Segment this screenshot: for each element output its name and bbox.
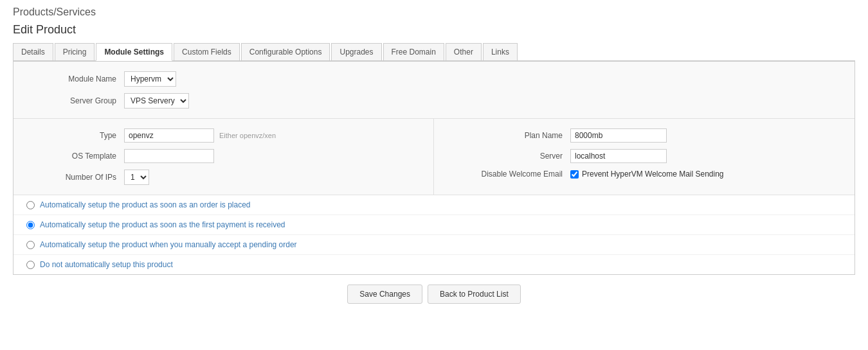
breadcrumb: Products/Services (13, 6, 855, 18)
plan-name-label: Plan Name (447, 131, 563, 140)
plan-name-input[interactable] (570, 128, 667, 143)
num-ips-select[interactable]: 1 2 3 (124, 170, 149, 185)
radio-option-1[interactable] (26, 221, 35, 229)
type-hint: Either openvz/xen (219, 132, 276, 139)
module-server-section: Module Name Hypervm Server Group VPS Ser… (14, 62, 854, 119)
radio-option-3[interactable] (26, 261, 35, 269)
num-ips-label: Number Of IPs (26, 173, 116, 182)
tab-links[interactable]: Links (483, 43, 518, 60)
os-template-row: OS Template (26, 149, 420, 163)
radio-label-2: Automatically setup the product when you… (40, 240, 297, 249)
radio-label-3: Do not automatically setup this product (40, 260, 173, 269)
disable-email-label: Disable Welcome Email (447, 170, 563, 179)
right-column: Plan Name Server Disable Welcome Email P… (434, 119, 854, 195)
tab-pricing[interactable]: Pricing (55, 43, 95, 60)
button-bar: Save Changes Back to Product List (13, 275, 855, 313)
num-ips-row: Number Of IPs 1 2 3 (26, 170, 420, 185)
two-col-section: Type Either openvz/xen OS Template Numbe… (14, 119, 854, 195)
radio-option-0[interactable] (26, 201, 35, 209)
radio-row-2: Automatically setup the product when you… (14, 235, 854, 255)
radio-row-3: Do not automatically setup this product (14, 255, 854, 274)
save-button[interactable]: Save Changes (347, 284, 422, 304)
back-button[interactable]: Back to Product List (428, 284, 521, 304)
radio-row-1: Automatically setup the product as soon … (14, 215, 854, 235)
server-group-label: Server Group (26, 96, 116, 105)
radio-section: Automatically setup the product as soon … (14, 195, 854, 274)
disable-email-text: Prevent HyperVM Welcome Mail Sending (582, 170, 724, 179)
server-input[interactable] (570, 149, 667, 163)
tab-upgrades[interactable]: Upgrades (331, 43, 381, 60)
tab-custom-fields[interactable]: Custom Fields (174, 43, 240, 60)
left-column: Type Either openvz/xen OS Template Numbe… (14, 119, 434, 195)
page-title: Edit Product (13, 23, 855, 37)
tab-module-settings[interactable]: Module Settings (96, 43, 172, 61)
radio-option-2[interactable] (26, 241, 35, 249)
radio-row-0: Automatically setup the product as soon … (14, 195, 854, 215)
type-row: Type Either openvz/xen (26, 128, 420, 143)
os-template-label: OS Template (26, 152, 116, 161)
radio-label-1: Automatically setup the product as soon … (40, 220, 285, 229)
plan-name-row: Plan Name (447, 128, 842, 143)
radio-label-0: Automatically setup the product as soon … (40, 200, 251, 209)
type-label: Type (26, 131, 116, 140)
tab-configurable-options[interactable]: Configurable Options (241, 43, 330, 60)
server-row: Server (447, 149, 842, 163)
module-name-row: Module Name Hypervm (26, 71, 842, 87)
content-area: Module Name Hypervm Server Group VPS Ser… (13, 61, 855, 275)
type-input[interactable] (124, 128, 214, 143)
disable-email-row: Disable Welcome Email Prevent HyperVM We… (447, 170, 842, 179)
server-group-row: Server Group VPS Servery (26, 93, 842, 109)
module-name-select[interactable]: Hypervm (124, 71, 176, 87)
tab-details[interactable]: Details (13, 43, 53, 60)
module-name-label: Module Name (26, 74, 116, 83)
disable-email-checkbox-label[interactable]: Prevent HyperVM Welcome Mail Sending (570, 170, 724, 179)
server-group-select[interactable]: VPS Servery (124, 93, 189, 109)
server-label: Server (447, 152, 563, 161)
tab-bar: Details Pricing Module Settings Custom F… (13, 43, 855, 61)
tab-other[interactable]: Other (446, 43, 482, 60)
os-template-input[interactable] (124, 149, 214, 163)
tab-free-domain[interactable]: Free Domain (383, 43, 444, 60)
disable-email-checkbox[interactable] (570, 170, 579, 179)
